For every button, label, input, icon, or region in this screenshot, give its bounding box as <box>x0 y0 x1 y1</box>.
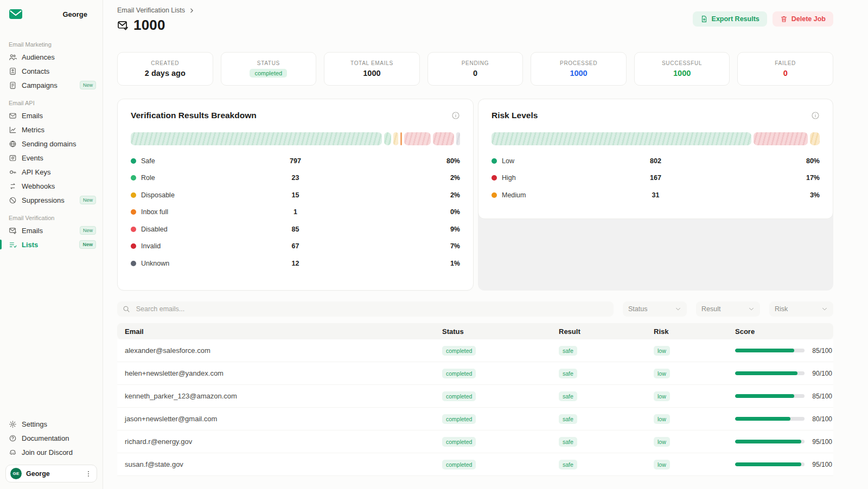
legend-row-unknown: Unknown121% <box>131 255 460 272</box>
sidebar-item-audiences[interactable]: Audiences <box>0 50 103 64</box>
table-row[interactable]: helen+newsletter@yandex.comcompletedsafe… <box>117 362 833 385</box>
app-logo-envelope-icon <box>9 7 23 21</box>
legend-percent: 1% <box>350 260 460 267</box>
sidebar-item-label: Emails <box>22 112 43 120</box>
sidebar-item-emails[interactable]: EmailsNew <box>0 223 103 237</box>
stat-card-status: STATUScompleted <box>221 52 317 86</box>
sidebar-item-label: Campaigns <box>22 81 58 89</box>
delete-job-button[interactable]: Delete Job <box>773 11 833 27</box>
sidebar-item-label: Lists <box>22 241 38 249</box>
sidebar-item-settings[interactable]: Settings <box>5 417 97 431</box>
table-row[interactable]: kenneth_parker_123@amazon.comcompletedsa… <box>117 385 833 408</box>
sidebar-item-campaigns[interactable]: CampaignsNew <box>0 78 103 92</box>
sidebar-item-label: Contacts <box>22 67 49 75</box>
legend-label: Safe <box>141 157 155 165</box>
legend-dot <box>131 243 136 249</box>
score-progress-fill <box>735 394 794 398</box>
export-results-label: Export Results <box>712 15 760 23</box>
sidebar-item-webhooks[interactable]: Webhooks <box>0 179 103 193</box>
sidebar-item-lists[interactable]: ListsNew <box>0 237 103 252</box>
info-icon[interactable] <box>451 111 460 120</box>
search-box[interactable] <box>117 301 614 317</box>
legend-percent: 3% <box>710 191 820 199</box>
stat-label: PROCESSED <box>560 60 597 66</box>
legend-label: Invalid <box>141 242 161 250</box>
sidebar-item-label: Metrics <box>22 126 44 134</box>
table-row[interactable]: jason+newsletter@gmail.comcompletedsafel… <box>117 408 833 430</box>
legend-label: Disabled <box>141 226 168 233</box>
sidebar-item-api-keys[interactable]: API Keys <box>0 165 103 179</box>
stat-card-processed: PROCESSED1000 <box>531 52 627 86</box>
sidebar-item-metrics[interactable]: Metrics <box>0 123 103 137</box>
envelope-check-icon <box>9 227 17 235</box>
trash-icon <box>780 15 788 23</box>
status-badge: completed <box>442 346 476 356</box>
bar-segment-disabled <box>404 132 431 145</box>
legend-row-low: Low80280% <box>492 152 820 170</box>
stat-card-created: CREATED2 days ago <box>117 52 213 86</box>
table-row[interactable]: alexander@salesforce.comcompletedsafelow… <box>117 339 833 362</box>
table-row[interactable]: susan.f@state.govcompletedsafelow95/100 <box>117 453 833 476</box>
sidebar-item-join-our-discord[interactable]: Join our Discord <box>5 445 97 459</box>
score-progress-track <box>735 417 805 421</box>
sidebar-item-label: Suppressions <box>22 196 65 204</box>
stat-card-pending: PENDING0 <box>427 52 524 86</box>
stat-label: SUCCESSFUL <box>662 60 702 66</box>
dropdown-label: Risk <box>775 305 788 313</box>
breadcrumb-label[interactable]: Email Verification Lists <box>117 7 185 14</box>
table-row[interactable]: richard.r@energy.govcompletedsafelow95/1… <box>117 430 833 453</box>
email-cell: helen+newsletter@yandex.com <box>125 369 224 377</box>
score-value: 95/100 <box>812 461 832 468</box>
chevron-down-icon <box>675 306 681 312</box>
sidebar-item-contacts[interactable]: Contacts <box>0 64 103 78</box>
stat-value: 0 <box>473 69 477 78</box>
results-table: Email Status Result Risk Score alexander… <box>117 323 833 476</box>
globe-icon <box>9 140 17 148</box>
sidebar-item-label: Join our Discord <box>22 448 73 456</box>
score-value: 90/100 <box>812 370 832 377</box>
workspace-name: George <box>62 10 87 18</box>
stat-value: 2 days ago <box>145 69 186 78</box>
file-export-icon <box>700 15 708 23</box>
score-value: 85/100 <box>812 347 832 355</box>
legend-count: 1 <box>240 208 350 216</box>
bar-segment-inbox-full <box>400 132 402 145</box>
metrics-icon <box>9 126 17 134</box>
legend-dot <box>492 158 497 164</box>
users-icon <box>9 53 17 61</box>
export-results-button[interactable]: Export Results <box>693 11 767 27</box>
stat-card-total-emails: TOTAL EMAILS1000 <box>324 52 420 86</box>
risk-badge: low <box>654 369 670 378</box>
search-input[interactable] <box>135 305 608 313</box>
bar-segment-high <box>754 132 808 145</box>
user-menu-card[interactable]: GE George <box>5 465 97 482</box>
score-value: 85/100 <box>812 393 832 400</box>
legend-label: Unknown <box>141 260 169 267</box>
contacts-icon <box>9 67 17 75</box>
sidebar-item-label: Settings <box>22 420 47 428</box>
legend-label: Disposable <box>141 191 175 199</box>
breakdown-stacked-bar <box>131 132 460 145</box>
list-check-icon <box>9 241 17 249</box>
sidebar-item-emails[interactable]: Emails <box>0 108 103 123</box>
sidebar-item-documentation[interactable]: Documentation <box>5 431 97 445</box>
more-options-icon[interactable] <box>85 470 92 478</box>
filter-dropdown-risk[interactable]: Risk <box>769 301 833 317</box>
legend-count: 797 <box>240 157 350 165</box>
filter-dropdown-status[interactable]: Status <box>623 301 687 317</box>
info-icon[interactable] <box>811 111 820 120</box>
result-badge: safe <box>559 414 577 424</box>
filter-dropdown-result[interactable]: Result <box>696 301 760 317</box>
sidebar-item-events[interactable]: Events <box>0 151 103 165</box>
sidebar-item-suppressions[interactable]: SuppressionsNew <box>0 193 103 207</box>
legend-dot <box>131 158 136 164</box>
breakdown-legend: Safe79780%Role232%Disposable152%Inbox fu… <box>131 152 460 272</box>
stat-card-successful: SUCCESSFUL1000 <box>634 52 730 86</box>
legend-dot <box>131 227 136 232</box>
app-window: George Email MarketingAudiencesContactsC… <box>0 0 868 489</box>
bar-segment-disposable <box>393 132 398 145</box>
breadcrumb[interactable]: Email Verification Lists <box>117 7 195 14</box>
sidebar-item-sending-domains[interactable]: Sending domains <box>0 137 103 151</box>
score-progress-track <box>735 394 805 398</box>
legend-label: Role <box>141 174 155 182</box>
